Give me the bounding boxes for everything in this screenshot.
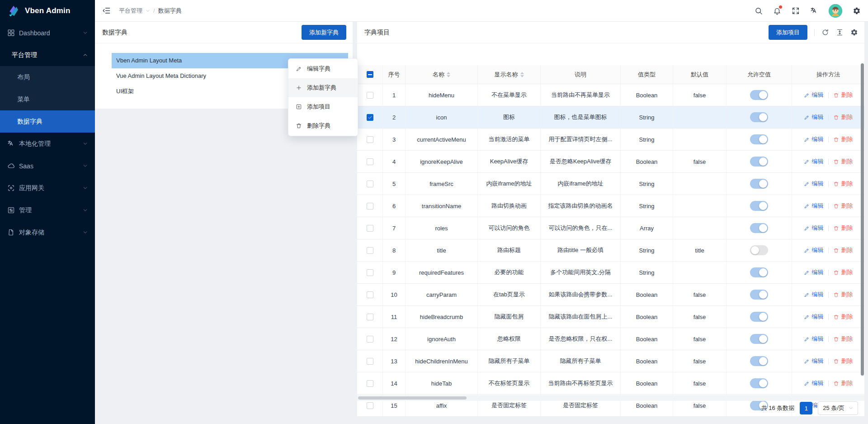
delete-button[interactable]: 删除 <box>833 135 853 143</box>
delete-button[interactable]: 删除 <box>833 313 853 321</box>
row-checkbox-cell <box>357 129 383 150</box>
translate-icon[interactable] <box>810 7 818 15</box>
search-icon[interactable] <box>755 7 763 15</box>
app-logo[interactable]: Vben Admin <box>0 0 95 22</box>
context-menu-item-pencil[interactable]: 编辑字典 <box>288 59 358 78</box>
allow-empty-toggle[interactable] <box>750 378 768 388</box>
context-menu-item-plus[interactable]: 添加新字典 <box>288 78 358 97</box>
allow-empty-toggle[interactable] <box>750 245 768 255</box>
edit-button[interactable]: 编辑 <box>804 357 824 365</box>
delete-button[interactable]: 删除 <box>833 91 853 99</box>
column-label: 名称 <box>433 71 444 79</box>
sidebar-item-菜单[interactable]: 菜单 <box>0 88 95 110</box>
page-size-select[interactable]: 25 条/页 <box>818 401 858 415</box>
edit-button[interactable]: 编辑 <box>804 180 824 188</box>
sidebar-item-平台管理[interactable]: 平台管理 <box>0 44 95 66</box>
allow-empty-toggle[interactable] <box>750 223 768 233</box>
sidebar-collapse-icon[interactable] <box>102 6 111 15</box>
row-checkbox[interactable] <box>367 203 373 210</box>
sidebar-item-dashboard[interactable]: Dashboard <box>0 22 95 44</box>
delete-button[interactable]: 删除 <box>833 268 853 276</box>
allow-empty-toggle[interactable] <box>750 356 768 366</box>
context-menu-item-trash[interactable]: 删除字典 <box>288 116 358 135</box>
sidebar-item-数据字典[interactable]: 数据字典 <box>0 110 95 133</box>
row-checkbox-cell <box>357 151 383 172</box>
allow-empty-toggle[interactable] <box>750 334 768 344</box>
row-checkbox[interactable] <box>367 247 373 254</box>
allow-empty-toggle[interactable] <box>750 90 768 100</box>
edit-button[interactable]: 编辑 <box>804 291 824 299</box>
delete-button[interactable]: 删除 <box>833 157 853 166</box>
avatar[interactable] <box>829 4 842 18</box>
allow-empty-toggle[interactable] <box>750 112 768 122</box>
row-checkbox[interactable] <box>367 181 373 187</box>
delete-button[interactable]: 删除 <box>833 246 853 254</box>
allow-empty-toggle[interactable] <box>750 267 768 277</box>
edit-button[interactable]: 编辑 <box>804 91 824 99</box>
edit-button[interactable]: 编辑 <box>804 113 824 121</box>
row-checkbox[interactable] <box>367 336 373 343</box>
vertical-scrollbar[interactable] <box>861 63 864 376</box>
add-item-button[interactable]: 添加项目 <box>769 25 807 40</box>
row-checkbox[interactable] <box>367 225 373 232</box>
page-button-1[interactable]: 1 <box>800 402 812 414</box>
edit-button[interactable]: 编辑 <box>804 313 824 321</box>
sort-icons[interactable] <box>447 72 450 77</box>
allow-empty-toggle[interactable] <box>750 134 768 144</box>
delete-button[interactable]: 删除 <box>833 180 853 188</box>
edit-button[interactable]: 编辑 <box>804 379 824 387</box>
refresh-icon[interactable] <box>821 29 829 36</box>
sidebar-item-管理[interactable]: 管理 <box>0 199 95 221</box>
fullscreen-icon[interactable] <box>792 7 800 15</box>
row-checkbox[interactable] <box>367 291 373 298</box>
add-dictionary-button[interactable]: 添加新字典 <box>302 25 346 40</box>
edit-button[interactable]: 编辑 <box>804 335 824 343</box>
allow-empty-toggle[interactable] <box>750 179 768 189</box>
item-display-name-text: 不在标签页显示 <box>489 379 530 387</box>
edit-button[interactable]: 编辑 <box>804 224 824 232</box>
context-menu-item-plus-square[interactable]: 添加项目 <box>288 97 358 116</box>
row-checkbox[interactable] <box>367 136 373 143</box>
context-menu-item-label: 添加项目 <box>307 103 330 111</box>
row-checkbox[interactable] <box>367 358 373 365</box>
edit-button[interactable]: 编辑 <box>804 157 824 166</box>
notifications-button[interactable] <box>773 7 781 15</box>
horizontal-scrollbar[interactable] <box>358 396 467 400</box>
row-checkbox[interactable] <box>367 380 373 387</box>
delete-button[interactable]: 删除 <box>833 202 853 210</box>
edit-button[interactable]: 编辑 <box>804 246 824 254</box>
sort-icons[interactable] <box>520 72 524 77</box>
row-checkbox[interactable] <box>367 158 373 165</box>
breadcrumb-parent[interactable]: 平台管理 <box>119 7 142 15</box>
sidebar-item-本地化管理[interactable]: 本地化管理 <box>0 133 95 155</box>
sidebar-item-saas[interactable]: Saas <box>0 155 95 177</box>
delete-button[interactable]: 删除 <box>833 379 853 387</box>
select-all-checkbox[interactable] <box>367 71 373 78</box>
row-height-icon[interactable] <box>836 29 844 36</box>
table-row: 11hideBreadcrumb隐藏面包屑隐藏该路由在面包屑上...Boolea… <box>357 306 864 328</box>
delete-button[interactable]: 删除 <box>833 113 853 121</box>
trash-icon <box>833 314 839 320</box>
allow-empty-toggle[interactable] <box>750 290 768 300</box>
sidebar-item-布局[interactable]: 布局 <box>0 66 95 88</box>
item-display-name-text: 必要的功能 <box>495 268 524 276</box>
sidebar-item-应用网关[interactable]: 应用网关 <box>0 177 95 199</box>
edit-button[interactable]: 编辑 <box>804 268 824 276</box>
row-checkbox[interactable] <box>367 269 373 276</box>
row-checkbox[interactable] <box>367 314 373 320</box>
allow-empty-toggle[interactable] <box>750 312 768 322</box>
delete-button[interactable]: 删除 <box>833 224 853 232</box>
breadcrumb-current[interactable]: 数据字典 <box>158 7 182 15</box>
allow-empty-toggle[interactable] <box>750 201 768 211</box>
edit-button[interactable]: 编辑 <box>804 135 824 143</box>
gear-icon[interactable] <box>850 29 858 36</box>
sidebar-item-对象存储[interactable]: 对象存储 <box>0 221 95 243</box>
delete-button[interactable]: 删除 <box>833 335 853 343</box>
gear-icon[interactable] <box>853 7 861 15</box>
row-checkbox[interactable] <box>367 92 373 99</box>
delete-button[interactable]: 删除 <box>833 291 853 299</box>
delete-button[interactable]: 删除 <box>833 357 853 365</box>
row-checkbox[interactable] <box>367 114 373 121</box>
allow-empty-toggle[interactable] <box>750 157 768 167</box>
edit-button[interactable]: 编辑 <box>804 202 824 210</box>
